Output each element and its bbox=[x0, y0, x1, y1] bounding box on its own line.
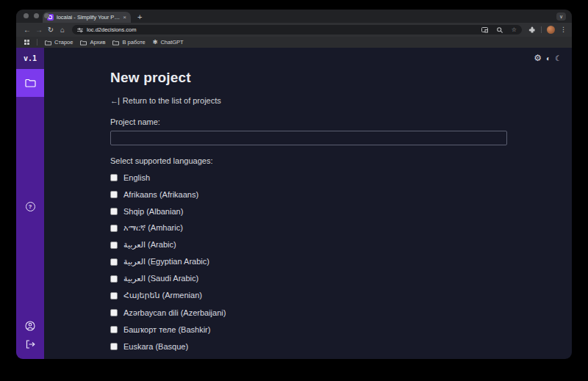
browser-window: localai - Simplify Your Produ × + ∨ ← → … bbox=[16, 10, 572, 359]
checkbox-icon[interactable] bbox=[110, 258, 118, 266]
sidebar-item-projects[interactable] bbox=[16, 69, 44, 97]
tab-search-chevron-icon[interactable]: ∨ bbox=[556, 12, 566, 21]
checkbox-icon[interactable] bbox=[110, 326, 118, 333]
bookmarks-bar: Старое Архив В работе ✻ ChatGPT bbox=[16, 37, 572, 48]
language-checkbox-row[interactable]: Shqip (Albanian) bbox=[110, 206, 183, 217]
extensions-puzzle-icon[interactable] bbox=[528, 26, 536, 34]
chatgpt-logo-icon: ✻ bbox=[153, 40, 158, 46]
folder-icon bbox=[80, 40, 87, 46]
checkbox-icon[interactable] bbox=[110, 343, 118, 350]
site-settings-tune-icon[interactable] bbox=[77, 27, 83, 33]
profile-avatar[interactable] bbox=[547, 26, 555, 34]
search-lens-icon[interactable] bbox=[497, 27, 503, 33]
sidebar-item-account[interactable] bbox=[16, 316, 44, 335]
home-icon[interactable]: ⌂ bbox=[57, 23, 68, 37]
window-controls bbox=[24, 13, 49, 18]
bookmark-folder-arhiv[interactable]: Архив bbox=[80, 39, 105, 46]
logout-icon bbox=[26, 340, 35, 349]
checkbox-icon[interactable] bbox=[110, 191, 118, 198]
language-label: Беларуская мова (Belarusian) bbox=[123, 359, 234, 360]
forward-icon[interactable]: → bbox=[33, 23, 45, 37]
checkbox-icon[interactable] bbox=[110, 225, 118, 232]
return-arrow-icon: ←| bbox=[110, 96, 119, 105]
checkbox-icon[interactable] bbox=[110, 292, 118, 300]
folder-icon bbox=[45, 40, 51, 46]
main-panel: ⚙ ◐ ☾ New project ←| Return to the list … bbox=[44, 48, 572, 359]
checkbox-icon[interactable] bbox=[110, 242, 118, 249]
project-name-label: Project name: bbox=[110, 117, 572, 126]
language-label: Հայերեն (Armenian) bbox=[123, 291, 202, 300]
bookmark-folder-v-rabote[interactable]: В работе bbox=[112, 39, 145, 46]
checkbox-icon[interactable] bbox=[110, 174, 118, 181]
tab-close-icon[interactable]: × bbox=[123, 15, 126, 21]
language-checkbox-row[interactable]: Башҡорт теле (Bashkir) bbox=[110, 324, 210, 335]
back-icon[interactable]: ← bbox=[21, 23, 33, 37]
folder-icon bbox=[25, 79, 36, 87]
language-checkbox-row[interactable]: Հայերեն (Armenian) bbox=[110, 290, 202, 301]
language-label: العربية (Egyptian Arabic) bbox=[123, 257, 209, 266]
language-list: English Afrikaans (Afrikaans) Shqip (Alb… bbox=[110, 172, 572, 359]
app-version-label: v.1 bbox=[16, 48, 44, 69]
checkbox-icon[interactable] bbox=[110, 208, 118, 215]
bookmark-star-icon[interactable]: ☆ bbox=[512, 27, 517, 33]
language-label: Shqip (Albanian) bbox=[123, 207, 183, 216]
language-label: Afrikaans (Afrikaans) bbox=[123, 190, 198, 199]
tab-title: localai - Simplify Your Produ bbox=[57, 14, 120, 21]
checkbox-icon[interactable] bbox=[110, 275, 118, 283]
return-link-label: Return to the list of projects bbox=[123, 96, 221, 105]
project-name-input[interactable] bbox=[110, 131, 507, 145]
maximize-window-button[interactable] bbox=[44, 13, 49, 18]
browser-menu-icon[interactable]: ⋮ bbox=[560, 26, 567, 33]
language-label: العربية (Saudi Arabic) bbox=[123, 274, 198, 283]
dark-mode-moon-icon[interactable]: ☾ bbox=[555, 54, 562, 62]
language-label: English bbox=[123, 173, 150, 182]
language-label: Azərbaycan dili (Azerbaijani) bbox=[123, 308, 226, 317]
bookmark-chatgpt[interactable]: ✻ ChatGPT bbox=[153, 39, 184, 46]
toolbar-right: ⋮ bbox=[528, 26, 567, 34]
desktop: localai - Simplify Your Produ × + ∨ ← → … bbox=[0, 0, 588, 381]
cast-icon[interactable] bbox=[481, 27, 488, 33]
minimize-window-button[interactable] bbox=[34, 13, 39, 18]
language-checkbox-row[interactable]: العربية (Saudi Arabic) bbox=[110, 273, 198, 284]
browser-tab[interactable]: localai - Simplify Your Produ × bbox=[43, 12, 131, 23]
language-checkbox-row[interactable]: Azərbaycan dili (Azerbaijani) bbox=[110, 307, 226, 318]
toolbar-separator bbox=[541, 26, 542, 33]
folder-icon bbox=[112, 40, 119, 46]
language-label: Башҡорт теле (Bashkir) bbox=[123, 325, 210, 334]
checkbox-icon[interactable] bbox=[110, 309, 118, 316]
languages-label: Select supported languages: bbox=[110, 156, 572, 165]
app-content: v.1 ? bbox=[16, 48, 572, 359]
language-label: العربية (Arabic) bbox=[123, 240, 176, 250]
browser-toolbar: ← → ↻ ⌂ loc.d2decisions.com bbox=[16, 23, 572, 37]
language-checkbox-row[interactable]: አማርኛ (Amharic) bbox=[110, 222, 183, 233]
language-checkbox-row[interactable]: العربية (Arabic) bbox=[110, 239, 176, 250]
page-title: New project bbox=[110, 70, 572, 86]
help-icon: ? bbox=[26, 202, 35, 211]
language-label: Euskara (Basque) bbox=[123, 342, 188, 351]
language-checkbox-row[interactable]: Euskara (Basque) bbox=[110, 341, 188, 352]
language-checkbox-row[interactable]: Беларуская мова (Belarusian) bbox=[110, 358, 234, 359]
return-link[interactable]: ←| Return to the list of projects bbox=[110, 96, 221, 105]
reload-icon[interactable]: ↻ bbox=[45, 23, 57, 37]
sidebar-item-help[interactable]: ? bbox=[16, 197, 44, 216]
sidebar-item-logout[interactable] bbox=[16, 335, 44, 353]
address-bar[interactable]: loc.d2decisions.com ☆ bbox=[72, 25, 522, 35]
app-sidebar: v.1 ? bbox=[16, 48, 44, 359]
apps-grid-icon[interactable] bbox=[24, 40, 29, 45]
settings-gear-icon[interactable]: ⚙ bbox=[534, 53, 542, 63]
close-window-button[interactable] bbox=[24, 13, 29, 18]
new-tab-button[interactable]: + bbox=[137, 12, 142, 23]
page-actions: ⚙ ◐ ☾ bbox=[534, 53, 562, 63]
language-checkbox-row[interactable]: العربية (Egyptian Arabic) bbox=[110, 256, 209, 267]
account-icon bbox=[25, 321, 35, 331]
contrast-theme-icon[interactable]: ◐ bbox=[546, 54, 551, 62]
language-checkbox-row[interactable]: Afrikaans (Afrikaans) bbox=[110, 189, 198, 200]
url-text: loc.d2decisions.com bbox=[87, 26, 478, 33]
bookmarks-separator bbox=[37, 39, 37, 46]
language-label: አማርኛ (Amharic) bbox=[123, 223, 183, 233]
language-checkbox-row[interactable]: English bbox=[110, 172, 150, 183]
tab-strip: localai - Simplify Your Produ × + ∨ bbox=[16, 10, 572, 23]
bookmark-folder-staroe[interactable]: Старое bbox=[45, 39, 73, 46]
